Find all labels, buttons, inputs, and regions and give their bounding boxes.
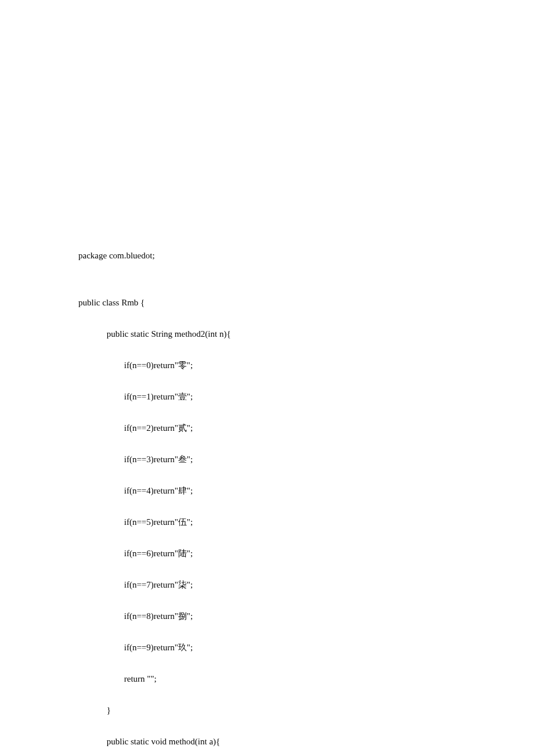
- code-line: if(n==1)return"壹";: [78, 389, 456, 405]
- code-line: if(n==0)return"零";: [78, 358, 456, 373]
- code-line: if(n==9)return"玖";: [78, 640, 456, 656]
- document-page: package com.bluedot; public class Rmb { …: [0, 0, 534, 756]
- code-line: public static String method2(int n){: [78, 326, 456, 342]
- code-line: if(n==4)return"肆";: [78, 483, 456, 499]
- code-line: if(n==2)return"贰";: [78, 420, 456, 436]
- code-line: return "";: [78, 671, 456, 687]
- code-line: public class Rmb {: [78, 295, 456, 311]
- code-line: if(n==8)return"捌";: [78, 609, 456, 624]
- code-line: }: [78, 703, 456, 718]
- code-line: if(n==3)return"叁";: [78, 452, 456, 467]
- code-line: if(n==7)return"柒";: [78, 577, 456, 593]
- code-line: if(n==5)return"伍";: [78, 514, 456, 530]
- code-line: if(n==6)return"陆";: [78, 546, 456, 561]
- code-line: package com.bluedot;: [78, 248, 456, 264]
- code-line: public static void method(int a){: [78, 734, 456, 750]
